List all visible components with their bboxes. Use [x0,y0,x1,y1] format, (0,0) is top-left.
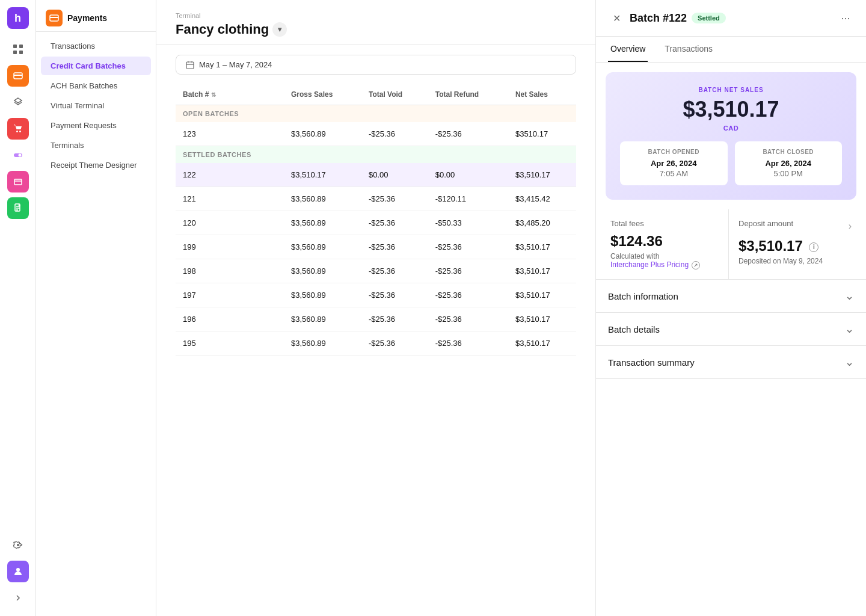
total-refund-cell: -$25.36 [428,307,508,331]
svg-point-12 [16,568,20,571]
sidebar-item-terminals[interactable]: Terminals [41,136,151,155]
batch-number-cell: 121 [176,187,284,211]
toggle-nav-icon[interactable] [7,144,29,166]
calendar-icon [186,61,194,69]
sort-icon[interactable]: ⇅ [211,91,216,98]
table-section: Batch # ⇅ Gross Sales Total Void Total R… [156,84,595,616]
terminal-chevron-icon[interactable]: ▾ [272,22,287,37]
sidebar-item-transactions[interactable]: Transactions [41,37,151,55]
total-void-cell: -$25.36 [361,283,428,307]
terminal-selector[interactable]: Fancy clothing ▾ [176,22,576,37]
total-refund-cell: -$25.36 [428,259,508,283]
col-total-void: Total Void [361,84,428,105]
table-row[interactable]: 198 $3,560.89 -$25.36 -$25.36 $3,510.17 [176,259,576,283]
gear-nav-icon[interactable] [7,534,29,556]
file-nav-icon[interactable] [7,197,29,219]
sidebar-item-virtual-terminal[interactable]: Virtual Terminal [41,96,151,115]
batch-number-cell: 198 [176,259,284,283]
svg-rect-15 [186,62,194,69]
tab-transactions[interactable]: Transactions [662,37,715,62]
svg-rect-0 [13,45,17,48]
net-sales-cell: $3,510.17 [508,163,576,187]
batch-number-cell: 199 [176,235,284,259]
table-row[interactable]: 122 $3,510.17 $0.00 $0.00 $3,510.17 [176,163,576,187]
sidebar-item-payment-requests[interactable]: Payment Requests [41,116,151,135]
batch-number-cell: 122 [176,163,284,187]
gross-sales-cell: $3,560.89 [284,307,361,331]
total-void-cell: $0.00 [361,163,428,187]
batch-closed-date: Apr 26, 2024 [742,159,835,168]
deposit-info-icon[interactable]: i [809,242,818,252]
batch-number-cell: 120 [176,211,284,235]
close-button[interactable]: ✕ [608,10,625,26]
total-refund-cell: -$25.36 [428,331,508,356]
net-sales-cell: $3,510.17 [508,283,576,307]
accordion-transaction-summary-chevron: ⌄ [845,356,854,369]
accordion-batch-details: Batch details ⌄ [596,313,866,346]
total-refund-cell: $0.00 [428,163,508,187]
summary-amount: $3,510.17 [620,97,842,122]
terminal-name: Fancy clothing [176,22,269,37]
table-row[interactable]: 197 $3,560.89 -$25.36 -$25.36 $3,510.17 [176,283,576,307]
total-void-cell: -$25.36 [361,235,428,259]
payments-nav-icon[interactable] [7,65,29,87]
net-sales-cell: $3,510.17 [508,235,576,259]
expand-nav-icon[interactable] [7,587,29,609]
more-options-button[interactable]: ··· [837,10,854,26]
accordion-transaction-summary-header[interactable]: Transaction summary ⌄ [596,346,866,378]
batch-number-cell: 195 [176,331,284,356]
app-logo[interactable]: h [7,7,29,29]
interchange-link[interactable]: Interchange Plus Pricing [610,260,689,269]
batch-opened-date: Apr 26, 2024 [627,159,720,168]
icon-sidebar: h [0,0,36,616]
batch-closed-label: BATCH CLOSED [742,149,835,155]
deposit-label-row: Deposit amount › [739,219,852,233]
table-row[interactable]: 123 $3,560.89 -$25.36 -$25.36 $3510.17 [176,122,576,146]
total-void-cell: -$25.36 [361,307,428,331]
sidebar-item-credit-card-batches[interactable]: Credit Card Batches [41,57,151,75]
summary-currency: CAD [620,125,842,132]
batch-opened-box: BATCH OPENED Apr 26, 2024 7:05 AM [620,141,728,185]
layers-nav-icon[interactable] [7,91,29,113]
grid-icon[interactable] [7,38,29,60]
accordion-transaction-summary: Transaction summary ⌄ [596,346,866,379]
gross-sales-cell: $3,560.89 [284,122,361,146]
col-gross-sales: Gross Sales [284,84,361,105]
table-row[interactable]: 196 $3,560.89 -$25.36 -$25.36 $3,510.17 [176,307,576,331]
deposit-chevron-icon[interactable]: › [849,221,852,232]
date-filter[interactable]: May 1 – May 7, 2024 [176,55,576,75]
accordion-batch-information-label: Batch information [608,291,678,301]
nav-header: Payments [36,0,156,32]
net-sales-cell: $3,510.17 [508,259,576,283]
sidebar-item-receipt-theme-designer[interactable]: Receipt Theme Designer [41,156,151,174]
svg-rect-2 [13,51,17,54]
batch-times: BATCH OPENED Apr 26, 2024 7:05 AM BATCH … [620,141,842,185]
table-row[interactable]: 199 $3,560.89 -$25.36 -$25.36 $3,510.17 [176,235,576,259]
deposit-label: Deposit amount [739,219,793,228]
summary-card: BATCH NET SALES $3,510.17 CAD BATCH OPEN… [606,72,856,200]
cart-nav-icon[interactable] [7,118,29,140]
box-nav-icon[interactable] [7,171,29,192]
gross-sales-cell: $3,560.89 [284,187,361,211]
payments-header-icon [46,10,63,26]
status-badge: Settled [692,13,726,23]
deposit-col: Deposit amount › $3,510.17 i Deposited o… [728,209,856,279]
tab-overview[interactable]: Overview [608,37,648,62]
detail-tabs: Overview Transactions [596,37,866,63]
avatar-nav-icon[interactable] [7,561,29,582]
table-row[interactable]: 195 $3,560.89 -$25.36 -$25.36 $3,510.17 [176,331,576,356]
gross-sales-cell: $3,560.89 [284,211,361,235]
col-total-refund: Total Refund [428,84,508,105]
net-sales-cell: $3,510.17 [508,307,576,331]
total-refund-cell: -$25.36 [428,122,508,146]
accordions: Batch information ⌄ Batch details ⌄ Tran… [596,280,866,379]
detail-panel: ✕ Batch #122 Settled ··· Overview Transa… [595,0,866,616]
batches-table: Batch # ⇅ Gross Sales Total Void Total R… [176,84,576,356]
table-row[interactable]: 121 $3,560.89 -$25.36 -$120.11 $3,415.42 [176,187,576,211]
total-refund-cell: -$25.36 [428,283,508,307]
total-fees-sub: Calculated with Interchange Plus Pricing… [610,252,723,270]
accordion-batch-details-header[interactable]: Batch details ⌄ [596,313,866,345]
accordion-batch-information-header[interactable]: Batch information ⌄ [596,280,866,312]
sidebar-item-ach-bank-batches[interactable]: ACH Bank Batches [41,76,151,95]
table-row[interactable]: 120 $3,560.89 -$25.36 -$50.33 $3,485.20 [176,211,576,235]
